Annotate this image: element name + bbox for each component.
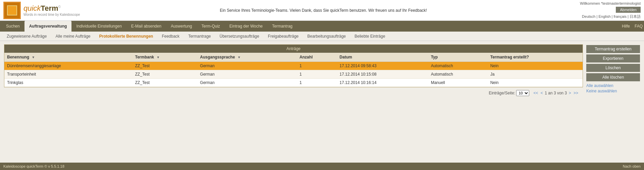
pagination-label: Einträge/Seite: [489,91,515,95]
col-typ: Typ [428,53,488,62]
logo-quick: quick [23,4,41,12]
cell-typ: Automatisch [428,70,488,79]
col-benennung: Benennung ▼ [4,53,132,62]
termbank-filter-icon[interactable]: ▼ [156,55,160,59]
cell-termbank: ZZ_Test [132,62,197,70]
cell-benennung: Transporteinheit [4,70,132,79]
lang-english[interactable]: English [598,14,610,18]
cell-anzahl: 1 [297,79,337,87]
main-nav-right: Hilfe FAQ [622,21,643,32]
lang-francais[interactable]: français [613,14,627,18]
loeschen-button[interactable]: Löschen [586,64,640,72]
col-termantrag-erstellt: Termantrag erstellt? [488,53,583,62]
nav-item-individuelle-einstellungen[interactable]: Individuelle Einstellungen [71,21,126,32]
col-datum: Datum [337,53,428,62]
cell-termbank: ZZ_Test [132,79,197,87]
cell-typ: Manuell [428,79,488,87]
benennung-filter-icon[interactable]: ▼ [32,55,35,59]
nav-item-termantrag[interactable]: Termantrag [267,21,297,32]
lang-deutsch[interactable]: Deutsch [582,14,595,18]
cell-anzahl: 1 [297,62,337,70]
nav-item-suchen[interactable]: Suchen [1,21,24,32]
logo-term: Term [41,4,58,12]
cell-benennung: Trinkglas [4,79,132,87]
right-sidebar: Termantrag erstellen Exportieren Löschen… [586,44,640,99]
antraege-table: Benennung ▼ Termbank ▼ Ausgangssprache ▼… [4,53,583,87]
sub-nav-alle-meine-auftraege[interactable]: Alle meine Aufträge [51,33,94,40]
help-link[interactable]: Hilfe [622,24,630,29]
col-ausgangssprache: Ausgangssprache ▼ [197,53,297,62]
language-selector: Deutsch | English | français | 日本語 [567,14,641,19]
cell-termantrag-erstellt: Ja [488,70,583,79]
col-termbank: Termbank ▼ [132,53,197,62]
table-row[interactable]: TrinkglasZZ_TestGerman117.12.2014 10:16:… [4,79,583,87]
table-header-row: Benennung ▼ Termbank ▼ Ausgangssprache ▼… [4,53,583,62]
logo-brand: quickTerm© [23,4,80,13]
faq-link[interactable]: FAQ [635,24,643,29]
logo-area: quickTerm© Words in record time by Kalei… [3,2,80,19]
abmelden-button[interactable]: Abmelden [616,7,641,13]
sub-nav-ubersetzungsauftraege[interactable]: Übersetzungsaufträge [215,33,263,40]
nav-item-term-quiz[interactable]: Term-Quiz [197,21,225,32]
cell-termbank: ZZ_Test [132,70,197,79]
cell-termantrag-erstellt: Nein [488,62,583,70]
table-row[interactable]: TransporteinheitZZ_TestGerman117.12.2014… [4,70,583,79]
col-anzahl: Anzahl [297,53,337,62]
alle-loeschen-button[interactable]: Alle löschen [586,73,640,81]
exportieren-button[interactable]: Exportieren [586,54,640,62]
pagination: Einträge/Seite: 10 25 50 << < 1 an 3 von… [4,87,583,99]
content-area: Anträge Benennung ▼ Termbank ▼ Ausgang [0,41,644,102]
sub-nav-termantrage[interactable]: Termantrage [184,33,215,40]
sub-nav: Zugewiesene Aufträge Alle meine Aufträge… [0,32,644,41]
cell-benennung: Dünnbremsen/ranggiesanlage [4,62,132,70]
pagination-per-page[interactable]: 10 25 50 [516,90,529,96]
pagination-first[interactable]: << [534,91,538,95]
pagination-next[interactable]: > [569,91,571,95]
keine-auswaehlen-link[interactable]: Keine auswählen [586,89,640,93]
nav-item-auftragsverwaltung[interactable]: Auftragsverwaltung [24,21,72,32]
main-content: Anträge Benennung ▼ Termbank ▼ Ausgang [4,44,583,99]
header: quickTerm© Words in record time by Kalei… [0,0,644,21]
table-container: Anträge Benennung ▼ Termbank ▼ Ausgang [4,44,583,87]
pagination-prev[interactable]: < [541,91,543,95]
sub-nav-bearbeitungsauftraege[interactable]: Bearbeitungsaufträge [303,33,350,40]
pagination-last[interactable]: >> [574,91,578,95]
table-row[interactable]: Dünnbremsen/ranggiesanlageZZ_TestGerman1… [4,62,583,70]
cell-typ: Automatisch [428,62,488,70]
sub-nav-freigabeauftraege[interactable]: Freigabeaufträge [264,33,302,40]
cell-ausgangssprache: German [197,79,297,87]
table-title: Anträge [4,45,583,53]
lang-japanese[interactable]: 日本語 [630,14,641,18]
table-body: Dünnbremsen/ranggiesanlageZZ_TestGerman1… [4,62,583,87]
logo-text: quickTerm© Words in record time by Kalei… [23,4,80,16]
alle-auswaehlen-link[interactable]: Alle auswählen [586,83,640,88]
cell-anzahl: 1 [297,70,337,79]
cell-ausgangssprache: German [197,62,297,70]
header-message: Ein Service Ihres Terminologie-Teams. Vi… [80,8,567,13]
termantrag-erstellen-button[interactable]: Termantrag erstellen [586,45,640,53]
sub-nav-feedback[interactable]: Feedback [158,33,184,40]
logo-copyright: © [58,5,61,9]
header-right: Willkommen *testmasterterminologist Abme… [567,1,641,19]
nav-item-auswertung[interactable]: Auswertung [166,21,197,32]
nav-item-eintrag-der-woche[interactable]: Eintrag der Woche [225,21,267,32]
nav-item-email-absenden[interactable]: E-Mail absenden [127,21,166,32]
cell-ausgangssprache: German [197,70,297,79]
sub-nav-beliebte-eintrage[interactable]: Beliebte Einträge [350,33,389,40]
pagination-info: 1 an 3 von 3 [545,91,567,95]
main-nav: Suchen Auftragsverwaltung Individuelle E… [0,21,644,32]
logo-tagline: Words in record time by Kaleidoscope [23,13,80,16]
cell-datum: 17.12.2014 10:16:14 [337,79,428,87]
logo-inner-icon [7,5,17,15]
ausgangssprache-filter-icon[interactable]: ▼ [237,55,241,59]
logo-icon [3,2,21,19]
cell-termantrag-erstellt: Nein [488,79,583,87]
cell-datum: 17.12.2014 10:15:08 [337,70,428,79]
sub-nav-zugewiesene-auftraege[interactable]: Zugewiesene Aufträge [3,33,51,40]
cell-datum: 17.12.2014 09:58:43 [337,62,428,70]
sub-nav-protokollierte-benennungen[interactable]: Protokollierte Benennungen [95,33,157,40]
welcome-text: Willkommen *testmasterterminologist [567,1,641,5]
sidebar-links: Alle auswählen Keine auswählen [586,83,640,94]
